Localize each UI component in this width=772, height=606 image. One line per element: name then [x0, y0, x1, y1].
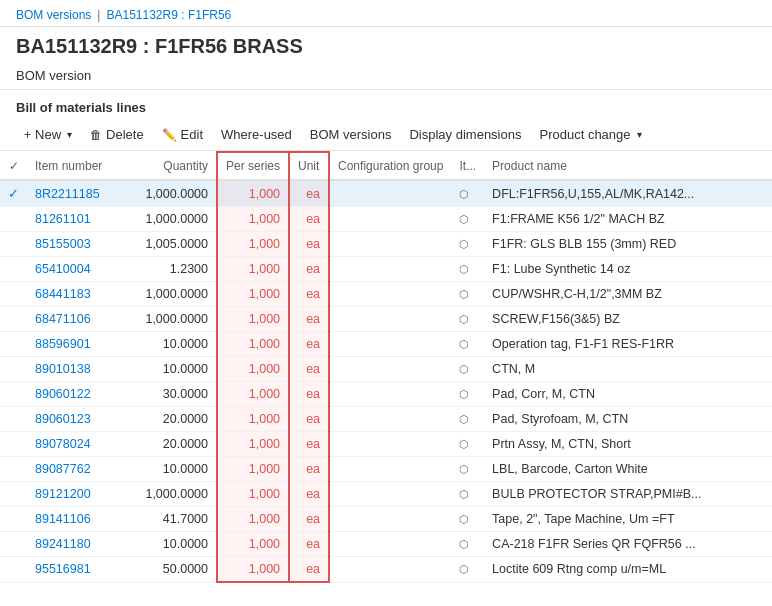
row-checkbox[interactable]: [0, 507, 27, 532]
table-row[interactable]: 8914110641.70001,000ea⬡Tape, 2", Tape Ma…: [0, 507, 772, 532]
col-header-product-name[interactable]: Product name: [484, 152, 772, 180]
breadcrumb-part1[interactable]: BOM versions: [16, 8, 91, 22]
table-row[interactable]: 8924118010.00001,000ea⬡CA-218 F1FR Serie…: [0, 532, 772, 557]
row-item-number[interactable]: 85155003: [27, 232, 127, 257]
item-link[interactable]: 89010138: [35, 362, 91, 376]
edit-button[interactable]: ✏️ Edit: [154, 123, 211, 146]
row-unit: ea: [289, 357, 329, 382]
row-checkbox[interactable]: [0, 207, 27, 232]
product-change-button[interactable]: Product change ▾: [531, 123, 649, 146]
row-it: ⬡: [451, 507, 484, 532]
where-used-button[interactable]: Where-used: [213, 123, 300, 146]
row-checkbox[interactable]: ✓: [0, 180, 27, 207]
table-row[interactable]: 684411831,000.00001,000ea⬡CUP/WSHR,C-H,1…: [0, 282, 772, 307]
table-row[interactable]: 8901013810.00001,000ea⬡CTN, M: [0, 357, 772, 382]
row-item-number[interactable]: 89078024: [27, 432, 127, 457]
row-per-series: 1,000: [217, 307, 289, 332]
row-item-number[interactable]: 89087762: [27, 457, 127, 482]
item-link[interactable]: 89141106: [35, 512, 91, 526]
col-header-config-group[interactable]: Configuration group: [329, 152, 451, 180]
row-checkbox[interactable]: [0, 457, 27, 482]
delete-button[interactable]: 🗑 Delete: [82, 123, 152, 146]
row-item-number[interactable]: 8R2211185: [27, 180, 127, 207]
row-checkbox[interactable]: [0, 332, 27, 357]
row-it: ⬡: [451, 407, 484, 432]
col-header-it[interactable]: It...: [451, 152, 484, 180]
col-header-item-number[interactable]: Item number: [27, 152, 127, 180]
item-link[interactable]: 68441183: [35, 287, 91, 301]
row-item-number[interactable]: 68441183: [27, 282, 127, 307]
item-link[interactable]: 89087762: [35, 462, 91, 476]
item-link[interactable]: 95516981: [35, 562, 91, 576]
breadcrumb-part2[interactable]: BA151132R9 : F1FR56: [106, 8, 231, 22]
bom-versions-button[interactable]: BOM versions: [302, 123, 400, 146]
row-type-icon: ⬡: [459, 438, 469, 450]
item-link[interactable]: 89060122: [35, 387, 91, 401]
row-checkbox[interactable]: [0, 232, 27, 257]
row-per-series: 1,000: [217, 532, 289, 557]
row-config-group: [329, 257, 451, 282]
table-row[interactable]: 8906012320.00001,000ea⬡Pad, Styrofoam, M…: [0, 407, 772, 432]
row-item-number[interactable]: 89060123: [27, 407, 127, 432]
row-item-number[interactable]: 89060122: [27, 382, 127, 407]
row-product-name: Prtn Assy, M, CTN, Short: [484, 432, 772, 457]
check-all-icon[interactable]: ✓: [9, 159, 19, 173]
row-checkbox[interactable]: [0, 407, 27, 432]
table-row[interactable]: 8906012230.00001,000ea⬡Pad, Corr, M, CTN: [0, 382, 772, 407]
where-used-label: Where-used: [221, 127, 292, 142]
item-link[interactable]: 68471106: [35, 312, 91, 326]
display-dimensions-button[interactable]: Display dimensions: [401, 123, 529, 146]
new-button[interactable]: + New ▾: [16, 123, 80, 146]
row-item-number[interactable]: 89010138: [27, 357, 127, 382]
row-checkbox[interactable]: [0, 257, 27, 282]
row-quantity: 20.0000: [127, 407, 217, 432]
row-per-series: 1,000: [217, 457, 289, 482]
col-header-unit[interactable]: Unit: [289, 152, 329, 180]
item-link[interactable]: 81261101: [35, 212, 91, 226]
row-unit: ea: [289, 307, 329, 332]
row-checkbox[interactable]: [0, 382, 27, 407]
row-item-number[interactable]: 89241180: [27, 532, 127, 557]
table-row[interactable]: ✓8R22111851,000.00001,000ea⬡DFL:F1FR56,U…: [0, 180, 772, 207]
col-header-per-series[interactable]: Per series: [217, 152, 289, 180]
table-row[interactable]: 8907802420.00001,000ea⬡Prtn Assy, M, CTN…: [0, 432, 772, 457]
row-type-icon: ⬡: [459, 288, 469, 300]
row-type-icon: ⬡: [459, 388, 469, 400]
table-row[interactable]: 654100041.23001,000ea⬡F1: Lube Synthetic…: [0, 257, 772, 282]
item-link[interactable]: 85155003: [35, 237, 91, 251]
table-row[interactable]: 851550031,005.00001,000ea⬡F1FR: GLS BLB …: [0, 232, 772, 257]
item-link[interactable]: 89121200: [35, 487, 91, 501]
row-checkbox[interactable]: [0, 307, 27, 332]
row-checkbox[interactable]: [0, 532, 27, 557]
row-per-series: 1,000: [217, 357, 289, 382]
row-item-number[interactable]: 68471106: [27, 307, 127, 332]
item-link[interactable]: 88596901: [35, 337, 91, 351]
row-checkbox[interactable]: [0, 357, 27, 382]
table-row[interactable]: 8859690110.00001,000ea⬡Operation tag, F1…: [0, 332, 772, 357]
table-row[interactable]: 9551698150.00001,000ea⬡Loctite 609 Rtng …: [0, 557, 772, 583]
item-link[interactable]: 8R2211185: [35, 187, 100, 201]
item-link[interactable]: 89241180: [35, 537, 91, 551]
table-row[interactable]: 891212001,000.00001,000ea⬡BULB PROTECTOR…: [0, 482, 772, 507]
row-item-number[interactable]: 81261101: [27, 207, 127, 232]
row-type-icon: ⬡: [459, 313, 469, 325]
row-checkbox[interactable]: [0, 482, 27, 507]
row-checkbox[interactable]: [0, 432, 27, 457]
row-per-series: 1,000: [217, 180, 289, 207]
table-row[interactable]: 684711061,000.00001,000ea⬡SCREW,F156(3&5…: [0, 307, 772, 332]
row-checkbox[interactable]: [0, 282, 27, 307]
item-link[interactable]: 89060123: [35, 412, 91, 426]
row-item-number[interactable]: 95516981: [27, 557, 127, 583]
row-item-number[interactable]: 89141106: [27, 507, 127, 532]
row-item-number[interactable]: 88596901: [27, 332, 127, 357]
row-quantity: 20.0000: [127, 432, 217, 457]
row-unit: ea: [289, 282, 329, 307]
table-row[interactable]: 812611011,000.00001,000ea⬡F1:FRAME K56 1…: [0, 207, 772, 232]
row-item-number[interactable]: 65410004: [27, 257, 127, 282]
item-link[interactable]: 65410004: [35, 262, 91, 276]
table-row[interactable]: 8908776210.00001,000ea⬡LBL, Barcode, Car…: [0, 457, 772, 482]
row-item-number[interactable]: 89121200: [27, 482, 127, 507]
row-checkbox[interactable]: [0, 557, 27, 583]
item-link[interactable]: 89078024: [35, 437, 91, 451]
col-header-quantity[interactable]: Quantity: [127, 152, 217, 180]
